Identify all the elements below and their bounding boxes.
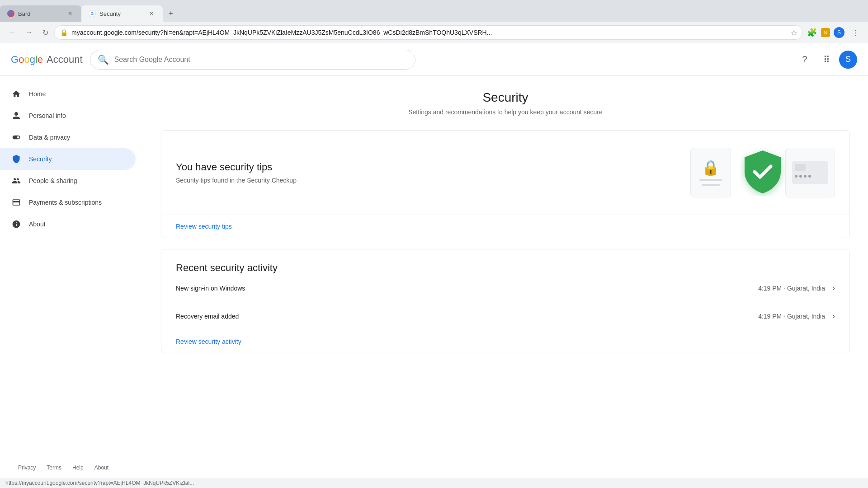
profile-button[interactable]: S — [832, 25, 846, 40]
card-illus — [792, 161, 828, 184]
header-actions: ? ⠿ S — [796, 51, 857, 69]
person-icon — [11, 110, 22, 121]
sidebar-item-people-sharing[interactable]: People & sharing — [0, 170, 136, 192]
security-tips-card: You have security tips Security tips fou… — [161, 130, 850, 238]
footer-privacy[interactable]: Privacy — [18, 465, 36, 471]
security-tips-text: You have security tips Security tips fou… — [176, 161, 297, 184]
avatar[interactable]: S — [839, 51, 857, 69]
review-activity-link-container: Review security activity — [161, 330, 849, 353]
sidebar-label-about: About — [29, 221, 46, 228]
activity-item-signin[interactable]: New sign-in on Windows 4:19 PM · Gujarat… — [161, 274, 849, 302]
sidebar-label-home: Home — [29, 90, 46, 98]
review-security-tips-link[interactable]: Review security tips — [176, 223, 232, 230]
activity-item-recovery[interactable]: Recovery email added 4:19 PM · Gujarat, … — [161, 302, 849, 330]
illus-line — [699, 179, 722, 181]
chevron-right-icon: › — [832, 283, 835, 293]
tab-security-close[interactable]: ✕ — [147, 9, 156, 18]
sidebar-item-payments[interactable]: Payments & subscriptions — [0, 192, 136, 213]
sidebar-label-security: Security — [29, 155, 52, 163]
ga-header: Google Account 🔍 ? ⠿ S — [0, 43, 868, 76]
footer-terms[interactable]: Terms — [47, 465, 61, 471]
browser-avatar: S — [834, 27, 844, 38]
toolbar-actions: 🧩 S S ⋮ — [805, 25, 863, 40]
main-content: Home Personal info Data & privacy Securi… — [0, 76, 868, 457]
page-subtitle: Settings and recommendations to help you… — [161, 108, 850, 116]
tab-bard-label: Bard — [18, 10, 62, 17]
card-dots — [795, 175, 826, 178]
sidebar-label-people-sharing: People & sharing — [29, 177, 77, 184]
tab-bar: Bard ✕ G Security ✕ + — [0, 0, 868, 22]
security-tips-heading: You have security tips — [176, 161, 297, 173]
illus-left: 🔒 — [690, 148, 731, 197]
search-input[interactable] — [114, 56, 408, 64]
sidebar-item-home[interactable]: Home — [0, 83, 136, 105]
sidebar: Home Personal info Data & privacy Securi… — [0, 76, 143, 457]
search-bar[interactable]: 🔍 — [90, 50, 415, 70]
page-title: Security — [161, 90, 850, 105]
green-shield-svg — [740, 148, 785, 196]
footer-help[interactable]: Help — [72, 465, 84, 471]
lock-illus-icon: 🔒 — [702, 159, 720, 176]
page: Google Account 🔍 ? ⠿ S Home — [0, 43, 868, 478]
tab-security[interactable]: G Security ✕ — [81, 5, 163, 22]
recent-activity-card: Recent security activity New sign-in on … — [161, 249, 850, 353]
browser-status-bar: https://myaccount.google.com/security?ra… — [0, 478, 868, 488]
security-tips-content: You have security tips Security tips fou… — [161, 131, 849, 215]
shield-illustration — [740, 148, 785, 197]
tab-bard-close[interactable]: ✕ — [66, 9, 74, 18]
page-footer: Privacy Terms Help About — [0, 457, 868, 478]
extension-icon-1[interactable]: S — [821, 28, 830, 37]
address-bar[interactable]: 🔒 myaccount.google.com/security?hl=en&ra… — [54, 25, 803, 40]
activity-signin-time: 4:19 PM · Gujarat, India — [758, 285, 825, 292]
sidebar-item-data-privacy[interactable]: Data & privacy — [0, 127, 136, 148]
lock-icon: 🔒 — [60, 29, 68, 36]
extensions-puzzle-button[interactable]: 🧩 — [805, 25, 819, 40]
tab-security-label: Security — [99, 10, 144, 17]
sidebar-label-personal-info: Personal info — [29, 112, 66, 119]
more-options-button[interactable]: ⋮ — [848, 25, 863, 40]
review-tips-link-container: Review security tips — [161, 215, 849, 238]
sidebar-label-data-privacy: Data & privacy — [29, 134, 70, 141]
people-icon — [11, 175, 22, 186]
home-icon — [11, 89, 22, 99]
shield-icon — [11, 154, 22, 164]
back-button[interactable]: ← — [5, 25, 20, 40]
footer-about[interactable]: About — [94, 465, 108, 471]
sidebar-item-about[interactable]: About — [0, 213, 136, 235]
illus-right — [785, 148, 835, 197]
bard-favicon — [7, 10, 14, 17]
tab-bard[interactable]: Bard ✕ — [0, 5, 81, 22]
security-illustration: 🔒 — [690, 143, 835, 202]
activity-signin-text: New sign-in on Windows — [176, 285, 758, 292]
new-tab-button[interactable]: + — [165, 7, 177, 20]
bookmark-icon[interactable]: ☆ — [791, 28, 797, 37]
info-icon — [11, 219, 22, 230]
apps-button[interactable]: ⠿ — [817, 51, 835, 69]
refresh-button[interactable]: ↻ — [38, 25, 52, 40]
sidebar-label-payments: Payments & subscriptions — [29, 199, 102, 206]
content-area: Security Settings and recommendations to… — [143, 76, 868, 457]
browser-toolbar: ← → ↻ 🔒 myaccount.google.com/security?hl… — [0, 22, 868, 43]
security-tips-description: Security tips found in the Security Chec… — [176, 177, 297, 184]
google-wordmark: Google — [11, 54, 43, 66]
forward-button[interactable]: → — [22, 25, 36, 40]
activity-recovery-time: 4:19 PM · Gujarat, India — [758, 313, 825, 320]
card-chip — [795, 164, 806, 171]
sidebar-item-personal-info[interactable]: Personal info — [0, 105, 136, 127]
help-button[interactable]: ? — [796, 51, 814, 69]
address-text: myaccount.google.com/security?hl=en&rapt… — [71, 29, 787, 36]
recent-activity-title: Recent security activity — [161, 249, 849, 274]
google-account-logo: Google Account — [11, 54, 83, 66]
activity-recovery-text: Recovery email added — [176, 313, 758, 320]
card-icon — [11, 197, 22, 208]
sidebar-item-security[interactable]: Security — [0, 148, 136, 170]
account-text: Account — [47, 54, 83, 66]
chevron-right-icon-2: › — [832, 311, 835, 321]
illus-line-2 — [702, 184, 720, 186]
google-favicon: G — [89, 10, 96, 17]
browser-chrome: Bard ✕ G Security ✕ + ← → ↻ 🔒 myaccount.… — [0, 0, 868, 43]
review-activity-link[interactable]: Review security activity — [176, 338, 241, 345]
search-icon: 🔍 — [98, 54, 109, 65]
toggle-icon — [11, 132, 22, 143]
status-url: https://myaccount.google.com/security?ra… — [5, 480, 194, 486]
